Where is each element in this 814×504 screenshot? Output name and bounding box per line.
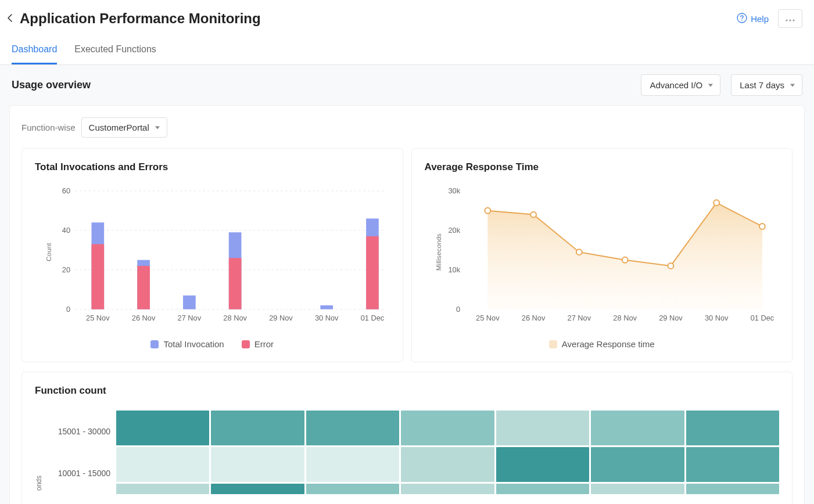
y-axis-label: Count (45, 243, 53, 261)
response-point (485, 208, 490, 214)
x-tick: 26 Nov (132, 314, 156, 322)
x-tick: 30 Nov (704, 314, 728, 322)
heatmap-cell (306, 411, 399, 445)
overflow-menu-button[interactable] (778, 9, 802, 28)
legend-total: Total Invocation (150, 339, 224, 349)
fc-y-label: 10001 - 15000 (46, 456, 110, 491)
heatmap-cell (591, 447, 684, 482)
x-tick: 25 Nov (476, 314, 500, 322)
y-tick: 20k (448, 226, 460, 235)
bar-total (320, 305, 333, 309)
heatmap-cell (401, 484, 494, 494)
legend-total-label: Total Invocation (163, 339, 224, 349)
heatmap-row (116, 411, 779, 445)
x-tick: 28 Nov (613, 314, 637, 322)
legend-error: Error (242, 339, 274, 349)
svg-point-3 (789, 19, 791, 21)
svg-point-4 (793, 19, 794, 21)
bar-error (137, 266, 150, 309)
overview-title: Usage overview (12, 79, 91, 91)
heatmap-cell (306, 484, 399, 494)
help-icon (737, 13, 747, 25)
function-select[interactable]: CustomerPortal (81, 117, 167, 138)
bar-error (366, 236, 379, 309)
x-tick: 29 Nov (659, 314, 683, 322)
y-axis-label: Milliseconds (434, 233, 442, 271)
fc-y-labels: 15001 - 30000 10001 - 15000 (46, 411, 110, 494)
tab-executed-functions[interactable]: Executed Functions (74, 44, 156, 64)
legend-response: Average Response time (549, 339, 655, 349)
heatmap-row-partial (116, 484, 779, 494)
x-tick: 01 Dec (750, 314, 774, 322)
back-chevron-icon[interactable] (6, 13, 15, 24)
invocations-chart-title: Total Invocations and Errors (35, 161, 390, 173)
y-tick: 40 (62, 226, 70, 235)
legend-response-label: Average Response time (562, 339, 655, 349)
x-tick: 25 Nov (86, 314, 110, 322)
heatmap-cell (211, 484, 304, 494)
response-point (759, 224, 765, 229)
swatch-response-icon (549, 340, 557, 348)
fc-y-axis-label-partial: onds (35, 476, 43, 494)
header-right: Help (737, 9, 802, 28)
function-count-title: Function count (35, 385, 779, 397)
heatmap-cell (401, 447, 494, 482)
tab-dashboard[interactable]: Dashboard (12, 44, 57, 64)
swatch-total-icon (150, 340, 159, 348)
response-point (622, 257, 627, 263)
y-tick: 10k (448, 265, 460, 274)
response-point (668, 263, 673, 269)
x-tick: 27 Nov (567, 314, 591, 322)
x-tick: 28 Nov (223, 314, 247, 322)
page-title: Application Performance Monitoring (20, 10, 261, 27)
y-tick: 60 (62, 186, 70, 195)
charts-row: Total Invocations and Errors 0 20 40 60 … (21, 148, 793, 362)
fc-body (116, 411, 779, 494)
fc-y-label: 15001 - 30000 (46, 414, 110, 449)
response-time-chart-title: Average Response Time (425, 161, 780, 173)
response-time-chart: 0 10k 20k 30k Milliseconds (425, 183, 780, 332)
response-legend: Average Response time (425, 339, 780, 349)
overview-bar: Usage overview Advanced I/O Last 7 days (0, 65, 814, 105)
y-tick: 20 (62, 265, 70, 274)
help-label: Help (751, 14, 769, 24)
y-tick: 0 (66, 305, 70, 314)
response-point (713, 200, 719, 206)
invocations-chart-card: Total Invocations and Errors 0 20 40 60 … (21, 148, 403, 362)
bar-total (183, 296, 196, 309)
function-select-value: CustomerPortal (89, 123, 149, 132)
x-tick: 30 Nov (315, 314, 339, 322)
tabs: Dashboard Executed Functions (0, 34, 814, 65)
heatmap-cell (496, 447, 589, 482)
y-tick: 0 (456, 305, 460, 314)
io-type-value: Advanced I/O (650, 80, 702, 90)
response-area (487, 203, 762, 309)
invocations-chart: 0 20 40 60 Count (35, 183, 390, 332)
header-left: Application Performance Monitoring (6, 10, 261, 27)
x-tick: 27 Nov (178, 314, 202, 322)
heatmap-cell (591, 484, 684, 494)
response-point (530, 212, 536, 218)
io-type-select[interactable]: Advanced I/O (641, 74, 720, 96)
invocations-legend: Total Invocation Error (35, 339, 390, 349)
heatmap-cell (306, 447, 399, 482)
heatmap-row (116, 447, 779, 482)
response-time-chart-card: Average Response Time 0 10k 20k 30k Mill… (411, 148, 793, 362)
help-link[interactable]: Help (737, 13, 769, 25)
heatmap-cell (211, 447, 304, 482)
svg-point-2 (786, 19, 787, 21)
overview-selects: Advanced I/O Last 7 days (641, 74, 802, 96)
bar-error (91, 244, 104, 309)
time-range-select[interactable]: Last 7 days (731, 74, 802, 96)
heatmap-cell (686, 411, 779, 445)
time-range-value: Last 7 days (740, 80, 784, 90)
heatmap-cell (591, 411, 684, 445)
swatch-error-icon (242, 340, 250, 348)
app-header: Application Performance Monitoring Help (0, 0, 814, 34)
x-tick: 26 Nov (521, 314, 545, 322)
legend-error-label: Error (254, 339, 274, 349)
response-point (576, 249, 582, 255)
heatmap-cell (496, 484, 589, 494)
x-tick: 01 Dec (361, 314, 385, 322)
main-content: Function-wise CustomerPortal Total Invoc… (0, 105, 814, 504)
